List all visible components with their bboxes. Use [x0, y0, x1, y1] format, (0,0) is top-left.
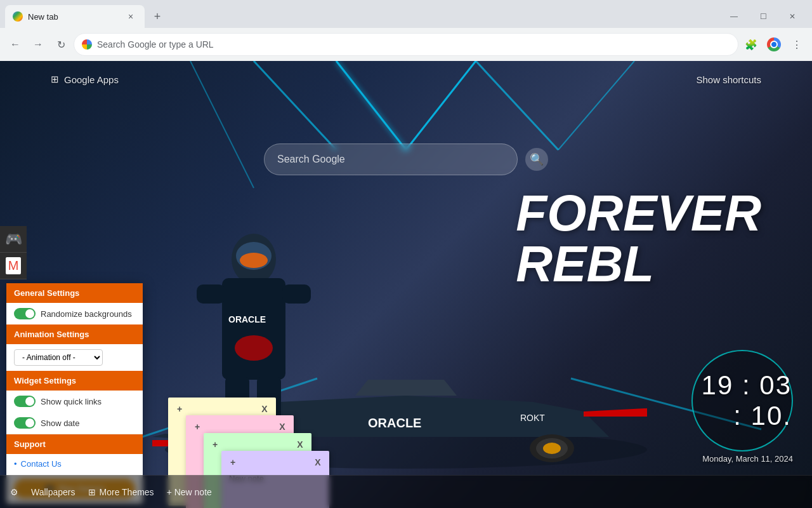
google-logo — [82, 39, 92, 50]
note-add-pink[interactable]: + — [191, 420, 204, 433]
toolbar-icons: 🧩 ⋮ — [741, 34, 807, 55]
refresh-button[interactable]: ↻ — [51, 34, 71, 55]
new-tab-button[interactable]: + — [147, 6, 167, 27]
forward-button[interactable]: → — [28, 34, 48, 55]
wallpapers-label: Wallpapers — [31, 487, 75, 497]
more-themes-button[interactable]: ⊞ More Themes — [88, 487, 154, 497]
clock-time: 19 : 03 : 10. — [691, 350, 793, 451]
settings-bottom-button[interactable]: ⚙ — [10, 487, 18, 497]
randomize-label: Randomize backgrounds — [41, 309, 132, 319]
show-shortcuts-button[interactable]: Show shortcuts — [696, 74, 761, 85]
show-date-label: Show date — [41, 418, 79, 428]
search-container: Search Google 🔍 — [264, 144, 548, 175]
show-quick-links-toggle[interactable] — [14, 396, 36, 407]
show-quick-links-row: Show quick links — [6, 391, 143, 412]
note-toolbar-lavender: + X — [226, 456, 324, 469]
window-controls: — ☐ ✕ — [719, 6, 807, 27]
extension-icons: 🎮 M — [0, 226, 27, 279]
svg-rect-15 — [282, 284, 311, 304]
newtab-topbar: ⊞ Google Apps Show shortcuts — [0, 74, 812, 85]
note-toolbar-pink: + X — [191, 420, 289, 433]
note-close-green[interactable]: X — [294, 438, 306, 451]
hero-text: FOREVER REBL — [516, 188, 761, 290]
google-apps-label: Google Apps — [64, 74, 119, 85]
chrome-circle — [767, 37, 781, 51]
browser-chrome: New tab × + — ☐ ✕ ← → ↻ Search Google or… — [0, 0, 812, 61]
note-toolbar-yellow: + X — [173, 403, 271, 415]
extensions-icon[interactable]: 🧩 — [741, 34, 761, 55]
hero-line1: FOREVER — [516, 188, 761, 239]
address-bar: ← → ↻ Search Google or type a URL 🧩 ⋮ — [0, 28, 812, 61]
search-box[interactable]: Search Google — [264, 144, 518, 175]
svg-text:ROKT: ROKT — [520, 413, 545, 423]
randomize-backgrounds-row: Randomize backgrounds — [6, 303, 143, 324]
svg-point-26 — [543, 443, 561, 454]
svg-rect-14 — [197, 284, 225, 304]
animation-settings-header[interactable]: Animation Settings — [6, 324, 143, 344]
support-header[interactable]: Support — [6, 434, 143, 454]
grid-small-icon: ⊞ — [88, 487, 96, 497]
note-add-green[interactable]: + — [209, 438, 221, 451]
note-add-yellow[interactable]: + — [173, 403, 186, 415]
url-bar[interactable]: Search Google or type a URL — [74, 33, 738, 56]
support-section: Contact Us — [6, 454, 143, 474]
more-menu-icon[interactable]: ⋮ — [787, 34, 807, 55]
svg-text:ORACLE: ORACLE — [368, 416, 421, 430]
active-tab[interactable]: New tab × — [5, 5, 145, 28]
show-date-toggle[interactable] — [14, 417, 36, 429]
svg-point-10 — [240, 253, 268, 268]
show-date-row: Show date — [6, 412, 143, 434]
settings-icon: ⚙ — [10, 487, 18, 497]
note-add-lavender[interactable]: + — [226, 456, 239, 469]
wallpapers-button[interactable]: Wallpapers — [31, 487, 75, 497]
chrome-profile-icon[interactable] — [764, 34, 784, 55]
tab-favicon — [13, 11, 23, 22]
google-apps-button[interactable]: ⊞ Google Apps — [51, 74, 119, 85]
shortcuts-label: Show shortcuts — [696, 74, 761, 85]
bottom-bar: ⚙ Wallpapers ⊞ More Themes + New note — [0, 475, 812, 508]
clock-display: 19 : 03 : 10. Monday, March 11, 2024 — [691, 350, 793, 464]
randomize-toggle[interactable] — [14, 308, 36, 319]
hero-line2: REBL — [516, 239, 761, 290]
search-icon-button[interactable]: 🔍 — [525, 148, 548, 171]
svg-point-13 — [235, 335, 273, 361]
show-quick-links-label: Show quick links — [41, 397, 102, 406]
new-note-label: + New note — [167, 487, 212, 497]
note-close-yellow[interactable]: X — [258, 403, 271, 415]
search-text: Search Google — [277, 154, 345, 165]
tab-title: New tab — [28, 12, 119, 22]
maximize-button[interactable]: ☐ — [749, 6, 778, 27]
settings-panel: General Settings Randomize backgrounds A… — [6, 283, 143, 504]
contact-us-link[interactable]: Contact Us — [14, 459, 135, 469]
back-button[interactable]: ← — [5, 34, 25, 55]
minimize-button[interactable]: — — [719, 6, 749, 27]
search-icon: 🔍 — [530, 152, 544, 166]
url-text: Search Google or type a URL — [97, 39, 730, 50]
close-button[interactable]: ✕ — [778, 6, 807, 27]
tab-close-button[interactable]: × — [124, 10, 137, 23]
tab-bar: New tab × + — ☐ ✕ — [0, 0, 812, 28]
gmail-extension-icon[interactable]: M — [0, 253, 27, 279]
note-toolbar-green: + X — [209, 438, 306, 451]
main-content: FOREVER REBL ORACLE MAX — [0, 61, 812, 508]
games-extension-icon[interactable]: 🎮 — [0, 226, 27, 253]
clock-date: Monday, March 11, 2024 — [691, 454, 793, 464]
widget-settings-header[interactable]: Widget Settings — [6, 371, 143, 391]
note-close-pink[interactable]: X — [276, 420, 289, 433]
new-note-button[interactable]: + New note — [167, 487, 212, 497]
note-close-lavender[interactable]: X — [311, 456, 324, 469]
animation-dropdown[interactable]: - Animation off - Slow Medium Fast — [14, 349, 103, 366]
general-settings-header[interactable]: General Settings — [6, 283, 143, 303]
grid-icon: ⊞ — [51, 74, 59, 85]
svg-text:ORACLE: ORACLE — [228, 314, 266, 324]
more-themes-label: More Themes — [100, 487, 154, 497]
svg-rect-11 — [222, 278, 285, 380]
animation-select-row: - Animation off - Slow Medium Fast — [6, 344, 143, 371]
